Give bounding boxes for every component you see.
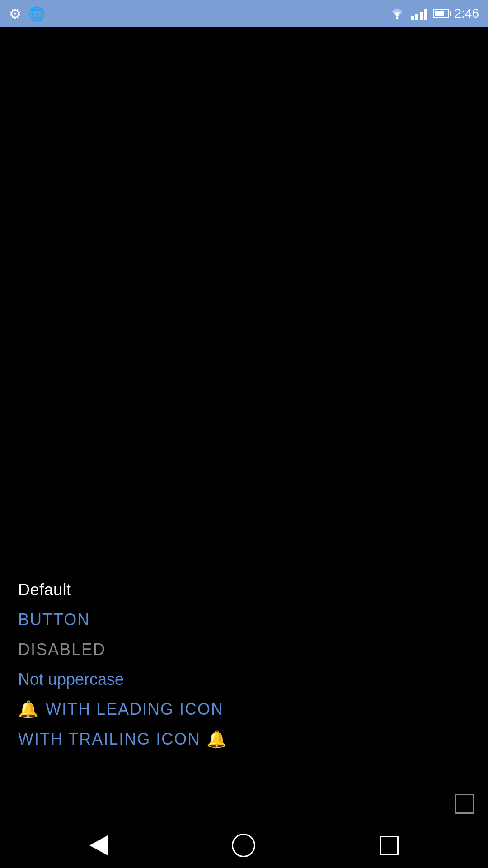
back-button[interactable] [89, 835, 108, 855]
status-bar-right: 2:46 [389, 6, 479, 21]
button-default[interactable]: BUTTON [18, 610, 488, 629]
leading-bell-icon: 🔔 [18, 700, 39, 719]
leading-icon-label: WITH LEADING ICON [46, 700, 224, 719]
button-with-leading-icon[interactable]: 🔔 WITH LEADING ICON [18, 700, 488, 719]
signal-bars-icon [411, 7, 427, 20]
button-not-uppercase[interactable]: Not uppercase [18, 670, 488, 689]
button-disabled: DISABLED [18, 640, 488, 659]
recents-floating-button[interactable] [455, 794, 474, 814]
status-bar: ⚙ 🌐 2:46 [0, 0, 488, 27]
default-label: Default [18, 580, 488, 599]
wifi-icon [389, 7, 405, 20]
battery-icon [433, 9, 449, 18]
status-time: 2:46 [455, 6, 479, 21]
home-button[interactable] [232, 834, 255, 857]
svg-point-0 [396, 17, 398, 19]
bottom-navigation [0, 823, 488, 868]
settings-icon: ⚙ [9, 6, 21, 22]
button-with-trailing-icon[interactable]: WITH TRAILING ICON 🔔 [18, 730, 488, 749]
main-content: Default BUTTON DISABLED Not uppercase 🔔 … [0, 27, 488, 823]
trailing-bell-icon: 🔔 [206, 730, 228, 749]
sync-icon: 🌐 [28, 6, 45, 22]
trailing-icon-label: WITH TRAILING ICON [18, 730, 200, 749]
status-bar-left: ⚙ 🌐 [9, 6, 45, 22]
recents-button[interactable] [380, 836, 399, 855]
